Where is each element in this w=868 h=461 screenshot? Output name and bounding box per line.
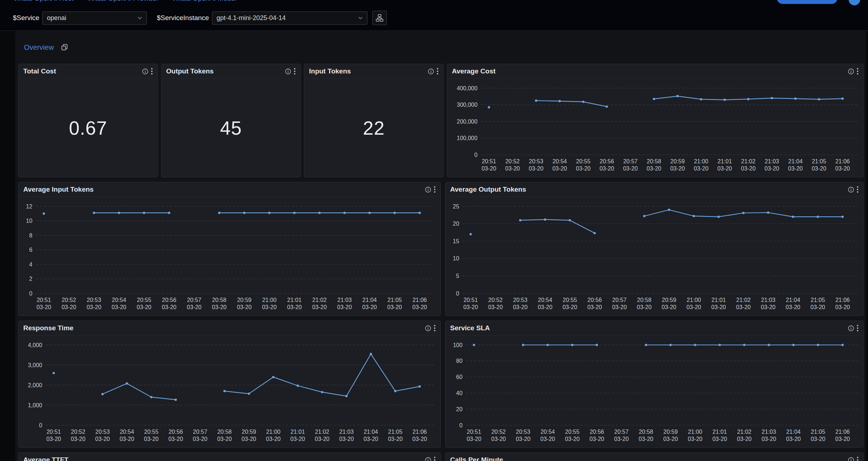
svg-text:21:03: 21:03 — [339, 429, 354, 435]
svg-text:21:06: 21:06 — [835, 429, 850, 435]
svg-text:21:04: 21:04 — [786, 297, 800, 303]
svg-text:20:58: 20:58 — [647, 158, 661, 164]
svg-text:03-20: 03-20 — [315, 436, 329, 442]
kebab-menu-icon[interactable] — [857, 325, 859, 332]
kebab-menu-icon[interactable] — [857, 186, 859, 193]
svg-text:03-20: 03-20 — [95, 436, 110, 442]
top-navigation-bar: Virtual OpenAI Root>Virtual OpenAI Provi… — [0, 0, 868, 5]
svg-text:20:53: 20:53 — [87, 297, 101, 303]
widget-title: Average Output Tokens — [450, 186, 848, 193]
svg-text:20:54: 20:54 — [553, 158, 567, 164]
svg-text:03-20: 03-20 — [688, 436, 703, 442]
svg-text:20:54: 20:54 — [540, 429, 555, 435]
svg-text:03-20: 03-20 — [262, 304, 277, 310]
svg-text:03-20: 03-20 — [670, 165, 685, 172]
service-instance-select[interactable]: gpt-4.1-mini-2025-04-14 — [212, 11, 367, 25]
tab-overview[interactable]: Overview — [24, 43, 54, 52]
top-right-button[interactable] — [777, 0, 837, 4]
kebab-menu-icon[interactable] — [434, 186, 436, 193]
svg-text:03-20: 03-20 — [312, 304, 327, 310]
svg-text:20:55: 20:55 — [563, 297, 577, 303]
widget-title: Input Tokens — [309, 67, 428, 75]
svg-text:03-20: 03-20 — [363, 436, 378, 442]
widget-title: Average Cost — [452, 67, 848, 75]
kebab-menu-icon[interactable] — [294, 68, 296, 75]
svg-text:21:04: 21:04 — [786, 429, 801, 435]
topology-icon — [376, 14, 384, 22]
dashboard-panel: Overview Total Cost 0.67 Output Tokens — [15, 31, 866, 461]
svg-text:20:57: 20:57 — [187, 297, 201, 303]
svg-text:2: 2 — [29, 276, 32, 282]
breadcrumb-item[interactable]: Virtual OpenAI Model — [172, 0, 236, 3]
svg-text:03-20: 03-20 — [413, 436, 427, 442]
svg-text:20:58: 20:58 — [639, 429, 653, 435]
svg-text:21:00: 21:00 — [694, 158, 708, 164]
widget-title: Response Time — [23, 324, 425, 332]
breadcrumb-separator: > — [79, 0, 82, 2]
info-icon[interactable] — [848, 457, 854, 461]
svg-text:21:05: 21:05 — [811, 297, 825, 303]
svg-text:03-20: 03-20 — [388, 436, 402, 442]
copy-icon[interactable] — [61, 44, 68, 51]
kebab-menu-icon[interactable] — [857, 456, 859, 461]
breadcrumb: Virtual OpenAI Root>Virtual OpenAI Provi… — [13, 0, 236, 5]
svg-text:03-20: 03-20 — [482, 165, 496, 172]
info-icon[interactable] — [425, 457, 431, 461]
svg-text:20:56: 20:56 — [169, 429, 183, 435]
info-icon[interactable] — [848, 68, 854, 75]
svg-text:10: 10 — [26, 218, 33, 224]
svg-text:03-20: 03-20 — [563, 304, 577, 310]
svg-text:21:00: 21:00 — [687, 297, 701, 303]
svg-text:20:53: 20:53 — [95, 429, 110, 435]
widget-title: Average TTFT — [23, 456, 425, 461]
info-icon[interactable] — [285, 68, 291, 75]
svg-text:21:02: 21:02 — [315, 429, 329, 435]
info-icon[interactable] — [428, 68, 434, 75]
info-icon[interactable] — [142, 68, 148, 75]
svg-text:03-20: 03-20 — [217, 436, 232, 442]
info-icon[interactable] — [848, 325, 854, 331]
svg-text:21:06: 21:06 — [413, 429, 427, 435]
breadcrumb-item[interactable]: Virtual OpenAI Provider — [87, 0, 158, 3]
svg-text:03-20: 03-20 — [737, 436, 752, 442]
info-icon[interactable] — [425, 325, 431, 331]
svg-text:21:04: 21:04 — [788, 158, 802, 164]
svg-text:20:59: 20:59 — [242, 429, 256, 435]
kebab-menu-icon[interactable] — [437, 68, 439, 75]
svg-text:03-20: 03-20 — [413, 304, 427, 310]
svg-text:03-20: 03-20 — [835, 436, 850, 442]
breadcrumb-separator: > — [163, 0, 167, 2]
svg-text:03-20: 03-20 — [811, 436, 825, 442]
kebab-menu-icon[interactable] — [434, 325, 436, 332]
svg-text:03-20: 03-20 — [87, 304, 101, 310]
svg-text:21:02: 21:02 — [312, 297, 327, 303]
service-variable-label: $Service — [13, 14, 39, 22]
svg-text:21:06: 21:06 — [835, 158, 850, 164]
svg-text:03-20: 03-20 — [761, 304, 776, 310]
info-icon[interactable] — [425, 187, 431, 193]
service-instance-variable-label: $ServiceInstance — [157, 14, 209, 22]
svg-text:03-20: 03-20 — [37, 304, 51, 310]
svg-text:10: 10 — [453, 255, 459, 261]
svg-text:03-20: 03-20 — [587, 304, 602, 310]
svg-text:3,000: 3,000 — [28, 362, 42, 368]
svg-text:20:54: 20:54 — [112, 297, 126, 303]
svg-text:21:01: 21:01 — [712, 297, 726, 303]
svg-text:20:57: 20:57 — [612, 297, 627, 303]
kebab-menu-icon[interactable] — [434, 456, 436, 461]
svg-text:20:59: 20:59 — [662, 297, 676, 303]
svg-text:03-20: 03-20 — [463, 304, 478, 310]
kebab-menu-icon[interactable] — [857, 68, 859, 75]
svg-text:60: 60 — [456, 374, 463, 380]
service-select[interactable]: openai — [42, 11, 147, 25]
user-avatar[interactable] — [849, 0, 860, 5]
svg-text:03-20: 03-20 — [599, 165, 614, 172]
info-icon[interactable] — [848, 187, 854, 193]
svg-text:20:51: 20:51 — [482, 158, 496, 164]
kebab-menu-icon[interactable] — [151, 68, 153, 75]
widget-service-sla: Service SLA 02040608010020:5103-2020:520… — [445, 321, 864, 448]
svg-text:20:52: 20:52 — [71, 429, 85, 435]
svg-text:03-20: 03-20 — [538, 304, 553, 310]
topology-button[interactable] — [372, 11, 387, 25]
breadcrumb-item[interactable]: Virtual OpenAI Root — [13, 0, 74, 3]
